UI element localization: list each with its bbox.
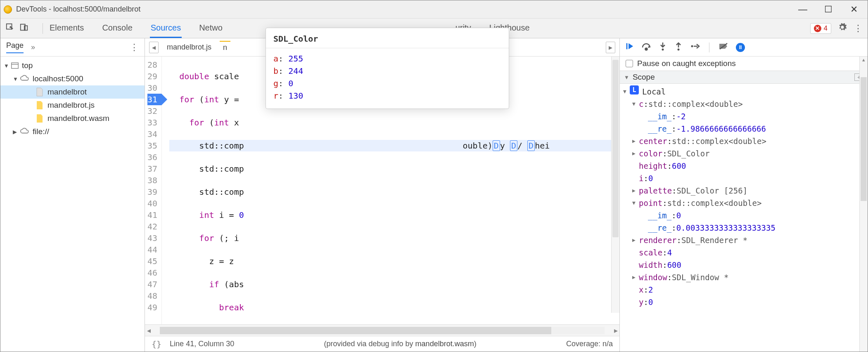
svg-rect-3 — [12, 63, 19, 69]
sources-sidebar: Page » ⋮ ▼top ▼localhost:5000 mandelbrot… — [0, 38, 145, 352]
inspect-element-icon[interactable] — [5, 23, 14, 34]
svg-rect-5 — [626, 43, 628, 50]
tab-elements[interactable]: Elements — [49, 19, 85, 38]
resume-icon[interactable] — [625, 42, 634, 53]
pretty-print-icon[interactable]: {} — [152, 339, 161, 349]
svg-point-6 — [645, 48, 647, 50]
step-into-icon[interactable] — [659, 42, 667, 53]
nav-back-icon[interactable]: ◂ — [149, 42, 159, 53]
step-over-icon[interactable] — [641, 42, 651, 53]
editor-vertical-scrollbar[interactable] — [611, 57, 619, 313]
close-button[interactable]: ✕ — [848, 4, 860, 15]
settings-gear-icon[interactable] — [838, 23, 847, 34]
pause-caught-row[interactable]: Pause on caught exceptions — [620, 57, 868, 71]
tree-node-top[interactable]: ▼top — [0, 59, 145, 72]
window-title: DevTools - localhost:5000/mandelbrot — [16, 5, 797, 14]
scope-var-c[interactable]: ▼c: std::complex<double> — [632, 98, 864, 110]
window-controls: — ☐ ✕ — [797, 4, 860, 15]
scope-var-point[interactable]: ▼point: std::complex<double> — [632, 197, 864, 209]
window-frame-icon — [11, 62, 19, 69]
minimize-button[interactable]: — — [797, 4, 809, 15]
pause-on-exceptions-icon[interactable]: II — [736, 43, 745, 52]
scope-var-i[interactable]: i: 0 — [632, 172, 864, 184]
sidebar-more-tabs-icon[interactable]: » — [31, 43, 35, 52]
wasm-source-link[interactable]: mandelbrot.wasm — [415, 340, 474, 348]
scope-local: ▼LLocal ▼c: std::complex<double> __im_: … — [620, 84, 868, 312]
scope-var-y[interactable]: y: 0 — [632, 296, 864, 308]
scope-var-color[interactable]: ▶color: SDL_Color — [632, 147, 864, 160]
error-count-badge[interactable]: ✕4 — [810, 23, 831, 34]
debugger-panel: II Pause on caught exceptions ▼Scope + ▼… — [620, 38, 868, 352]
nav-forward-icon[interactable]: ▸ — [606, 42, 615, 53]
file-tree: ▼top ▼localhost:5000 mandelbrot mandelbr… — [0, 57, 145, 352]
scope-var-point-im[interactable]: __im_: 0 — [632, 209, 864, 222]
debugger-body: Pause on caught exceptions ▼Scope + ▼LLo… — [620, 57, 868, 352]
scope-var-width[interactable]: width: 600 — [632, 259, 864, 271]
wasm-file-icon — [36, 114, 43, 123]
scope-var-c-im[interactable]: __im_: -2 — [632, 110, 864, 123]
tooltip-title: SDL_Color — [266, 28, 509, 48]
coverage-label: Coverage: n/a — [566, 340, 613, 348]
hscroll-left-icon[interactable]: ◂ — [145, 326, 152, 335]
value-tooltip: SDL_Color a: 255 b: 244 g: 0 r: 130 — [266, 28, 509, 109]
editor-statusbar: {} Line 41, Column 30 (provided via debu… — [145, 336, 619, 352]
devtools-window: DevTools - localhost:5000/mandelbrot — ☐… — [0, 0, 868, 352]
svg-point-8 — [678, 49, 680, 51]
scope-var-x[interactable]: x: 2 — [632, 283, 864, 296]
hscroll-right-icon[interactable]: ▸ — [612, 326, 619, 335]
inspect-tools — [5, 23, 28, 34]
tree-node-file-scheme[interactable]: ▶file:// — [0, 125, 145, 138]
pause-caught-checkbox[interactable] — [626, 60, 633, 67]
line-gutter[interactable]: 2829303132333435363738394041424344454647… — [145, 57, 162, 324]
tree-node-host[interactable]: ▼localhost:5000 — [0, 72, 145, 85]
svg-point-7 — [662, 49, 664, 51]
scope-var-window[interactable]: ▶window: SDL_Window * — [632, 271, 864, 283]
sidebar-kebab-icon[interactable]: ⋮ — [130, 42, 139, 53]
scope-var-center[interactable]: ▶center: std::complex<double> — [632, 135, 864, 147]
more-menu-icon[interactable]: ⋮ — [854, 23, 863, 34]
cursor-position: Line 41, Column 30 — [170, 340, 234, 348]
debugger-toolbar: II — [620, 38, 868, 57]
tab-network[interactable]: Netwo — [198, 19, 223, 38]
scope-header[interactable]: ▼Scope + — [620, 71, 868, 84]
tree-file-mandelbrot[interactable]: mandelbrot — [0, 85, 145, 99]
cloud-icon — [20, 127, 29, 136]
devtools-favicon-icon — [4, 5, 12, 14]
tab-console[interactable]: Console — [101, 19, 133, 38]
tab-sources[interactable]: Sources — [150, 19, 182, 38]
cloud-icon — [20, 74, 29, 83]
scope-var-height[interactable]: height: 600 — [632, 160, 864, 172]
debugger-scrollbar[interactable]: ▴ — [859, 57, 868, 352]
local-scope-badge-icon: L — [630, 85, 639, 94]
sidebar-tab-page[interactable]: Page — [6, 41, 24, 53]
sidebar-tabs: Page » ⋮ — [0, 38, 145, 57]
file-icon — [36, 87, 43, 97]
step-out-icon[interactable] — [674, 42, 683, 53]
scope-var-point-re[interactable]: __re_: 0.0033333333333333335 — [632, 222, 864, 234]
editor-horizontal-scrollbar[interactable]: ◂ ▸ — [145, 324, 619, 336]
source-provided-label: (provided via debug info by mandelbrot.w… — [242, 340, 558, 348]
tooltip-body: a: 255 b: 244 g: 0 r: 130 — [266, 48, 509, 109]
file-tab-partial[interactable]: n — [220, 41, 230, 54]
device-toggle-icon[interactable] — [19, 23, 28, 34]
titlebar: DevTools - localhost:5000/mandelbrot — ☐… — [0, 0, 868, 19]
js-file-icon — [36, 101, 43, 110]
tree-file-mandelbrot-js[interactable]: mandelbrot.js — [0, 99, 145, 112]
step-icon[interactable] — [690, 42, 700, 52]
file-tab-mandelbrot-js[interactable]: mandelbrot.js — [164, 41, 215, 53]
scope-var-palette[interactable]: ▶palette: SDL_Color [256] — [632, 184, 864, 197]
svg-point-9 — [691, 45, 693, 47]
scope-var-c-re[interactable]: __re_: -1.9866666666666666 — [632, 123, 864, 135]
scope-var-renderer[interactable]: ▶renderer: SDL_Renderer * — [632, 234, 864, 246]
scope-var-scale[interactable]: scale: 4 — [632, 246, 864, 259]
tree-file-mandelbrot-wasm[interactable]: mandelbrot.wasm — [0, 112, 145, 125]
maximize-button[interactable]: ☐ — [822, 4, 835, 15]
deactivate-breakpoints-icon[interactable] — [719, 42, 728, 52]
